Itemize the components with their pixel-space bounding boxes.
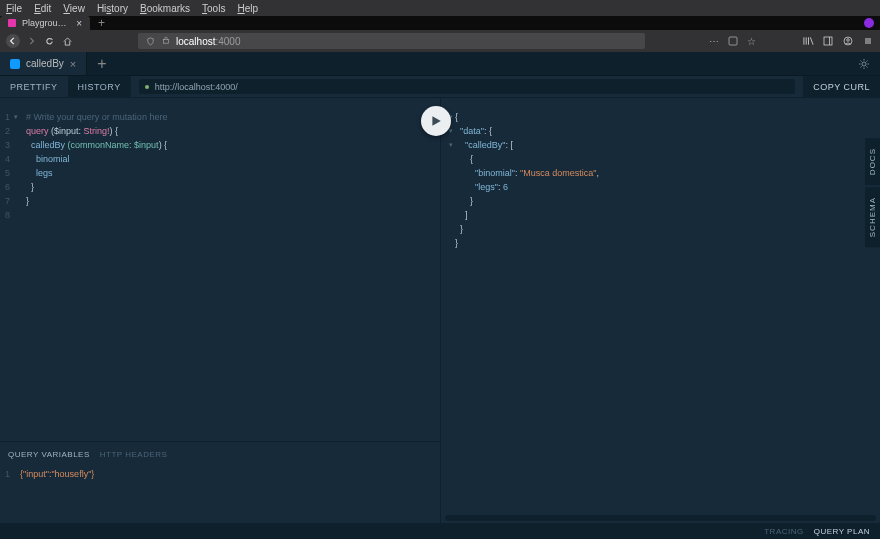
forward-button[interactable] — [24, 34, 38, 48]
menu-edit[interactable]: Edit — [34, 3, 51, 14]
execute-button[interactable] — [421, 106, 451, 136]
playground-header: PRETTIFY HISTORY http://localhost:4000/ … — [0, 76, 880, 98]
fold-gutter: ▾ — [12, 110, 20, 441]
docs-tab[interactable]: DOCS — [865, 138, 880, 185]
playground-tab-bar: calledBy × + — [0, 52, 880, 76]
tracing-toggle[interactable]: TRACING — [764, 527, 804, 536]
menu-bookmarks[interactable]: Bookmarks — [140, 3, 190, 14]
browser-tab-strip: Playground - http://local… × + — [0, 16, 880, 30]
menu-history[interactable]: History — [97, 3, 128, 14]
bookmark-star-icon[interactable]: ☆ — [747, 36, 756, 47]
playground-body: 1 2 3 4 5 6 7 8 ▾ # Write your query or … — [0, 98, 880, 523]
endpoint-input[interactable]: http://localhost:4000/ — [139, 79, 795, 94]
playground-footer: TRACING QUERY PLAN — [0, 523, 880, 539]
side-tabs: DOCS SCHEMA — [865, 138, 880, 249]
editor-gutter: 1 2 3 4 5 6 7 8 — [0, 110, 12, 441]
menu-help[interactable]: Help — [237, 3, 258, 14]
result-viewer[interactable]: ▾ ▾ ▾ { "data": { "calledBy": [ { "binom… — [441, 98, 880, 515]
result-panel: ▾ ▾ ▾ { "data": { "calledBy": [ { "binom… — [440, 98, 880, 523]
add-playground-tab-button[interactable]: + — [87, 52, 116, 75]
new-tab-button[interactable]: + — [90, 16, 113, 30]
library-icon[interactable] — [802, 35, 814, 47]
browser-tab-title: Playground - http://local… — [22, 18, 70, 28]
history-button[interactable]: HISTORY — [68, 76, 131, 97]
graphql-playground: calledBy × + PRETTIFY HISTORY http://loc… — [0, 52, 880, 539]
settings-button[interactable] — [848, 52, 880, 75]
schema-tab[interactable]: SCHEMA — [865, 187, 880, 247]
reload-button[interactable] — [42, 34, 56, 48]
variables-panel: QUERY VARIABLES HTTP HEADERS 1 {"input":… — [0, 441, 440, 523]
query-plan-toggle[interactable]: QUERY PLAN — [814, 527, 870, 536]
reader-icon[interactable] — [727, 35, 739, 47]
tabstrip-right — [858, 16, 880, 30]
svg-rect-0 — [164, 40, 169, 44]
toolbar-right-icons: ⋯ ☆ — [709, 35, 874, 47]
svg-rect-2 — [824, 37, 832, 45]
variables-tab-bar: QUERY VARIABLES HTTP HEADERS — [0, 442, 440, 463]
close-playground-tab-icon[interactable]: × — [70, 58, 76, 70]
query-editor[interactable]: 1 2 3 4 5 6 7 8 ▾ # Write your query or … — [0, 98, 440, 441]
close-tab-icon[interactable]: × — [76, 18, 82, 29]
svg-rect-1 — [729, 37, 737, 45]
graphql-favicon — [8, 19, 16, 27]
app-menu-icon[interactable] — [862, 35, 874, 47]
endpoint-url: http://localhost:4000/ — [155, 82, 238, 92]
copy-curl-button[interactable]: COPY CURL — [803, 76, 880, 97]
lock-icon[interactable] — [162, 36, 170, 46]
horizontal-scrollbar[interactable] — [445, 515, 876, 521]
graphql-tab-icon — [10, 59, 20, 69]
variables-gutter: 1 — [0, 467, 12, 523]
browser-tab[interactable]: Playground - http://local… × — [0, 16, 90, 30]
shield-icon[interactable] — [144, 35, 156, 47]
account-icon[interactable] — [842, 35, 854, 47]
menu-tools[interactable]: Tools — [202, 3, 225, 14]
svg-point-5 — [847, 39, 850, 42]
playground-tab-title: calledBy — [26, 58, 64, 69]
http-headers-tab[interactable]: HTTP HEADERS — [100, 450, 168, 459]
url-path: :4000 — [215, 36, 240, 47]
status-dot-icon — [145, 85, 149, 89]
browser-toolbar: localhost:4000 ⋯ ☆ — [0, 30, 880, 52]
url-bar[interactable]: localhost:4000 — [138, 33, 645, 49]
prettify-button[interactable]: PRETTIFY — [0, 76, 68, 97]
variables-editor[interactable]: 1 {"input":"housefly"} — [0, 463, 440, 523]
url-host: localhost — [176, 36, 215, 47]
sidebar-icon[interactable] — [822, 35, 834, 47]
back-button[interactable] — [6, 34, 20, 48]
playground-tab[interactable]: calledBy × — [0, 52, 87, 75]
browser-menu-bar: FFileile Edit View History Bookmarks Too… — [0, 0, 880, 16]
home-button[interactable] — [60, 34, 74, 48]
query-variables-tab[interactable]: QUERY VARIABLES — [8, 450, 90, 459]
query-code: # Write your query or mutation here quer… — [20, 110, 440, 441]
svg-point-9 — [862, 62, 866, 66]
menu-view[interactable]: View — [63, 3, 85, 14]
menu-file[interactable]: FFileile — [6, 3, 22, 14]
page-actions-icon[interactable]: ⋯ — [709, 36, 719, 47]
result-fold-gutter: ▾ ▾ ▾ — [447, 110, 455, 515]
result-json: { "data": { "calledBy": [ { "binomial": … — [455, 110, 599, 515]
query-editor-panel: 1 2 3 4 5 6 7 8 ▾ # Write your query or … — [0, 98, 440, 523]
extension-badge-icon[interactable] — [864, 18, 874, 28]
